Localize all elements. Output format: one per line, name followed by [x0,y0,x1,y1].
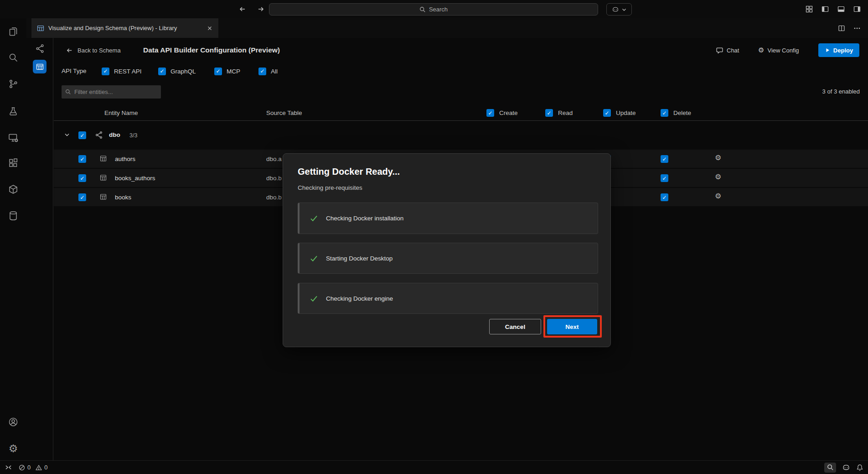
mcp-checkbox[interactable] [214,68,222,75]
back-to-schema-link[interactable]: Back to Schema [66,44,121,56]
testing-beaker-icon[interactable] [0,100,26,122]
group-count: 3/3 [129,132,137,139]
entity-name: authors [115,156,135,162]
graphql-checkbox[interactable] [158,68,166,75]
error-icon [19,464,25,471]
dialog-title: Getting Docker Ready... [298,167,400,177]
activity-bar: ⚙ [0,18,26,460]
chevron-down-icon[interactable] [64,133,70,137]
read-column-label: Read [558,109,573,116]
package-cube-icon[interactable] [0,178,26,200]
search-icon [419,6,426,13]
dialog-subtitle: Checking pre-requisites [298,184,362,191]
row-delete-checkbox[interactable] [661,155,668,163]
split-editor-icon[interactable] [838,25,845,32]
row-select-checkbox[interactable] [78,193,86,201]
back-to-schema-label: Back to Schema [78,47,121,54]
row-settings-gear-icon[interactable]: ⚙ [715,173,721,181]
dab-config-icon[interactable] [33,60,46,73]
arrow-left-icon [66,47,73,54]
all-checkbox[interactable] [258,68,266,75]
tab-close-icon[interactable] [207,25,213,31]
view-config-button[interactable]: ⚙ View Config [758,44,799,57]
group-select-checkbox[interactable] [78,131,86,139]
toggle-panel-icon[interactable] [837,5,846,14]
copilot-status-icon[interactable] [842,464,850,472]
row-select-checkbox[interactable] [78,174,86,182]
rest-api-label: REST API [114,68,142,75]
designer-toolbar [26,38,53,460]
chat-label: Chat [727,47,739,54]
magnifier-icon [827,464,834,471]
api-type-label: API Type [62,68,87,74]
create-column-label: Create [499,109,518,116]
schema-group-row: dbo 3/3 [54,125,868,145]
zoom-indicator[interactable] [824,463,836,473]
nav-back-icon[interactable] [237,4,248,15]
deploy-button[interactable]: Deploy [818,43,859,57]
row-select-checkbox[interactable] [78,155,86,163]
view-config-label: View Config [767,47,799,54]
table-grid-icon [100,174,107,181]
column-read: Read [545,109,573,117]
group-name: dbo [109,131,120,138]
warning-count: 0 [44,464,47,471]
account-icon[interactable] [0,411,26,433]
graphql-label: GraphQL [170,68,196,75]
entity-source: dbo.b [266,194,282,201]
remote-indicator-icon[interactable] [5,464,12,471]
row-delete-checkbox[interactable] [661,193,668,201]
filter-entities-input[interactable] [74,89,152,95]
tab-title: Visualize and Design Schema (Preview) - … [48,25,202,31]
explorer-icon[interactable] [0,21,26,42]
step-label: Starting Docker Desktop [326,255,393,262]
chat-button[interactable]: Chat [716,44,739,57]
getting-docker-ready-dialog: Getting Docker Ready... Checking pre-req… [283,153,611,347]
editor-more-actions-icon[interactable] [853,25,861,32]
entity-name: books [115,194,131,201]
toggle-sidebar-right-icon[interactable] [852,5,862,14]
titlebar-search[interactable]: Search [269,3,598,16]
tab-visualize-design-schema[interactable]: Visualize and Design Schema (Preview) - … [31,18,218,38]
database-icon[interactable] [0,205,26,227]
filter-option-graphql: GraphQL [158,67,196,75]
filter-option-rest-api: REST API [102,67,142,75]
schema-visualizer-icon[interactable] [26,44,53,53]
status-bar: 0 0 [0,460,868,474]
entity-name: books_authors [115,175,155,182]
error-count: 0 [27,464,31,471]
entity-source: dbo.a [266,156,282,162]
docker-step: Checking Docker installation [298,203,598,234]
row-delete-checkbox[interactable] [661,174,668,182]
schema-icon [95,131,103,139]
filter-search-icon [65,89,71,95]
problems-indicator[interactable]: 0 0 [19,464,47,471]
notifications-bell-icon[interactable] [856,464,863,471]
toggle-sidebar-left-icon[interactable] [821,5,830,14]
row-settings-gear-icon[interactable]: ⚙ [715,154,721,161]
customize-layout-icon[interactable] [805,5,814,14]
settings-gear-icon[interactable]: ⚙ [0,438,26,459]
titlebar-search-label: Search [429,6,448,13]
deploy-label: Deploy [833,47,853,54]
rest-api-checkbox[interactable] [102,68,109,75]
read-all-checkbox[interactable] [545,109,553,117]
search-sidebar-icon[interactable] [0,47,26,68]
table-grid-icon [100,155,107,162]
create-all-checkbox[interactable] [486,109,494,117]
update-all-checkbox[interactable] [603,109,611,117]
filter-entities-box [62,85,161,99]
check-icon [310,294,318,303]
nav-forward-icon[interactable] [255,4,266,15]
column-source-table: Source Table [266,109,302,116]
row-settings-gear-icon[interactable]: ⚙ [715,193,721,200]
remote-explorer-icon[interactable] [0,127,26,149]
chat-icon [716,47,723,54]
copilot-dropdown-button[interactable] [606,3,632,16]
source-control-icon[interactable] [0,73,26,95]
titlebar: Search [0,0,868,18]
next-button[interactable]: Next [547,319,597,334]
delete-all-checkbox[interactable] [661,109,668,117]
cancel-button[interactable]: Cancel [489,319,541,334]
extensions-icon[interactable] [0,152,26,174]
